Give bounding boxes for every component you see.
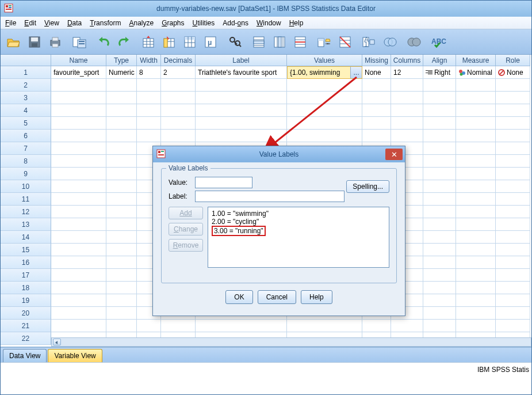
row-header[interactable]: 4 xyxy=(1,104,51,117)
grid-cell[interactable] xyxy=(106,155,137,168)
grid-cell[interactable] xyxy=(51,282,106,294)
grid-cell[interactable] xyxy=(106,256,137,269)
grid-cell[interactable] xyxy=(106,282,137,294)
grid-cell[interactable] xyxy=(137,117,161,130)
menu-file[interactable]: File xyxy=(5,19,16,27)
grid-cell[interactable] xyxy=(106,307,137,320)
grid-cell[interactable] xyxy=(496,92,530,104)
grid-cell[interactable] xyxy=(106,92,137,104)
grid-cell[interactable] xyxy=(196,130,287,142)
list-item[interactable]: 2.00 = "cycling" xyxy=(212,218,385,226)
grid-cell[interactable] xyxy=(51,269,106,282)
remove-button[interactable]: Remove xyxy=(169,239,203,252)
grid-cell[interactable] xyxy=(51,168,106,180)
add-button[interactable]: Add xyxy=(169,207,203,219)
row-header[interactable]: 9 xyxy=(1,168,51,180)
grid-cell[interactable] xyxy=(496,155,530,168)
grid-cell[interactable] xyxy=(161,117,196,130)
grid-cell[interactable] xyxy=(51,142,106,155)
grid-cell[interactable] xyxy=(496,282,530,294)
grid-cell[interactable] xyxy=(51,244,106,256)
change-button[interactable]: Change xyxy=(169,223,203,236)
grid-cell[interactable] xyxy=(391,79,423,92)
menu-utilities[interactable]: Utilities xyxy=(193,19,215,27)
save-icon[interactable] xyxy=(25,32,44,52)
grid-cell[interactable] xyxy=(196,79,287,92)
grid-cell[interactable] xyxy=(51,193,106,206)
grid-cell[interactable] xyxy=(496,256,530,269)
row-header[interactable]: 21 xyxy=(1,320,51,332)
grid-cell[interactable] xyxy=(456,256,496,269)
row-header[interactable]: 12 xyxy=(1,206,51,218)
grid-cell[interactable] xyxy=(456,282,496,294)
grid-cell[interactable] xyxy=(496,180,530,193)
grid-cell[interactable] xyxy=(51,130,106,142)
grid-cell[interactable] xyxy=(106,168,137,180)
grid-cell[interactable] xyxy=(51,117,106,130)
column-header[interactable]: Align xyxy=(423,55,456,66)
spelling-button[interactable]: Spelling... xyxy=(346,180,389,193)
grid-cell[interactable] xyxy=(456,218,496,231)
grid-cell[interactable] xyxy=(391,320,423,332)
grid-cell[interactable] xyxy=(106,180,137,193)
grid-cell[interactable] xyxy=(106,269,137,282)
cancel-button[interactable]: Cancel xyxy=(258,290,296,304)
grid-cell[interactable] xyxy=(51,180,106,193)
grid-cell[interactable] xyxy=(423,142,456,155)
menu-edit[interactable]: Edit xyxy=(24,19,36,27)
grid-cell[interactable] xyxy=(51,104,106,117)
goto-variable-icon[interactable] xyxy=(159,32,179,52)
values-listbox[interactable]: 1.00 = "swimming" 2.00 = "cycling" 3.00 … xyxy=(208,207,389,268)
grid-cell[interactable] xyxy=(496,79,530,92)
grid-cell[interactable] xyxy=(423,218,456,231)
grid-cell[interactable]: 2 xyxy=(161,66,196,79)
grid-cell[interactable] xyxy=(423,79,456,92)
select-cases-icon[interactable] xyxy=(335,32,355,52)
grid-cell[interactable] xyxy=(496,218,530,231)
grid-cell[interactable] xyxy=(496,168,530,180)
grid-cell[interactable] xyxy=(423,244,456,256)
redo-icon[interactable] xyxy=(114,32,134,52)
grid-cell[interactable] xyxy=(137,130,161,142)
ok-button[interactable]: OK xyxy=(225,290,252,304)
row-header[interactable]: 14 xyxy=(1,231,51,244)
grid-cell[interactable] xyxy=(423,320,456,332)
grid-cell[interactable] xyxy=(456,206,496,218)
column-header[interactable]: Label xyxy=(196,55,287,66)
grid-cell[interactable] xyxy=(106,79,137,92)
row-header[interactable]: 20 xyxy=(1,307,51,320)
grid-cell[interactable] xyxy=(196,117,287,130)
label-input[interactable] xyxy=(195,191,345,202)
grid-cell[interactable] xyxy=(456,231,496,244)
scroll-left-icon[interactable] xyxy=(53,339,61,345)
open-icon[interactable] xyxy=(4,32,24,52)
horizontal-scrollbar[interactable] xyxy=(51,337,531,347)
grid-cell[interactable] xyxy=(106,142,137,155)
grid-cell[interactable] xyxy=(362,130,391,142)
grid-cell[interactable] xyxy=(496,231,530,244)
split-file-icon[interactable] xyxy=(290,32,310,52)
grid-cell[interactable] xyxy=(496,320,530,332)
grid-cell[interactable] xyxy=(106,244,137,256)
run-descriptives-icon[interactable]: μ xyxy=(201,32,220,52)
grid-cell[interactable] xyxy=(456,142,496,155)
grid-cell[interactable] xyxy=(51,256,106,269)
column-header[interactable]: Width xyxy=(137,55,161,66)
grid-cell[interactable]: 8 xyxy=(137,66,161,79)
row-header[interactable]: 18 xyxy=(1,282,51,294)
column-header[interactable]: Values xyxy=(287,55,362,66)
column-header[interactable]: Name xyxy=(51,55,106,66)
grid-cell[interactable] xyxy=(51,206,106,218)
grid-cell[interactable] xyxy=(51,231,106,244)
row-header[interactable]: 1 xyxy=(1,66,51,79)
grid-cell[interactable] xyxy=(423,231,456,244)
grid-cell[interactable] xyxy=(496,104,530,117)
weight-cases-icon[interactable] xyxy=(315,32,334,52)
insert-variable-icon[interactable] xyxy=(270,32,289,52)
grid-cell[interactable] xyxy=(456,79,496,92)
grid-cell[interactable] xyxy=(161,92,196,104)
grid-cell[interactable] xyxy=(137,320,161,332)
grid-cell[interactable]: Nominal xyxy=(456,66,496,79)
row-header[interactable]: 6 xyxy=(1,130,51,142)
grid-cell[interactable] xyxy=(391,130,423,142)
